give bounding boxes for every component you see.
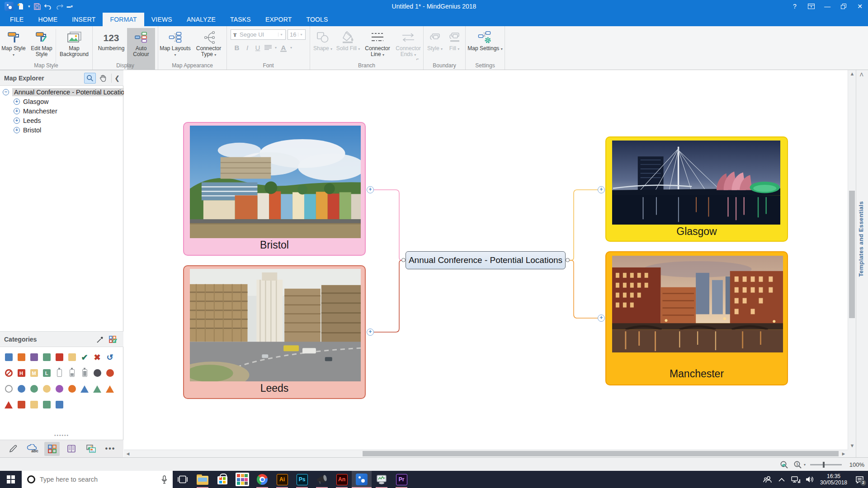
task-view-button[interactable] — [173, 471, 193, 488]
connector-handle-left[interactable] — [401, 258, 406, 262]
category-sq-icon[interactable] — [40, 399, 53, 411]
boundary-style-button[interactable]: Style ▾ — [425, 28, 445, 62]
zoom-100-icon[interactable]: 1 ▾ — [793, 460, 806, 469]
vertical-scroll-thumb[interactable] — [849, 191, 855, 318]
connector-line-button[interactable]: Connector Line ▾ — [361, 28, 394, 62]
tab-export[interactable]: EXPORT — [258, 13, 299, 26]
boundary-fill-button[interactable]: Fill ▾ — [445, 28, 464, 62]
map-layouts-button[interactable]: Map Layouts ▾ — [159, 28, 192, 62]
tab-analyze[interactable]: ANALYZE — [179, 13, 223, 26]
category-cross-icon[interactable]: ✖ — [91, 351, 104, 364]
network-icon[interactable] — [791, 474, 801, 484]
category-sq-icon[interactable] — [40, 351, 53, 364]
category-refresh-icon[interactable]: ↺ — [104, 351, 116, 364]
show-hidden-icons-chevron[interactable] — [777, 474, 787, 484]
image-gallery-icon[interactable] — [83, 442, 99, 456]
panel-resize-dots[interactable]: •••••• — [0, 433, 123, 438]
zoom-slider-handle[interactable] — [823, 462, 825, 468]
tab-home[interactable]: HOME — [31, 13, 65, 26]
tree-item-leeds[interactable]: +Leeds — [0, 116, 123, 125]
collapse-icon[interactable]: − — [3, 89, 9, 95]
category-check-icon[interactable]: ✔ — [78, 351, 91, 364]
taskbar-audio-horn[interactable] — [312, 471, 332, 488]
new-map-icon[interactable] — [17, 3, 24, 10]
library-panel-icon[interactable] — [64, 442, 79, 456]
sidebar-collapse-icon[interactable]: ᐱ — [860, 72, 863, 78]
expand-marker-glasgow[interactable]: + — [598, 186, 605, 193]
scroll-left-arrow[interactable]: ◄ — [124, 450, 132, 457]
category-circle_o-icon[interactable] — [2, 383, 15, 395]
category-circle-icon[interactable] — [53, 383, 66, 395]
category-tri-icon[interactable] — [104, 383, 116, 395]
search-input[interactable] — [40, 476, 161, 483]
tab-tools[interactable]: TOOLS — [299, 13, 335, 26]
category-circle-icon[interactable] — [91, 367, 104, 380]
taskbar-store[interactable] — [212, 471, 232, 488]
category-circle-icon[interactable] — [104, 367, 116, 380]
collapse-panel-icon[interactable]: ❮ — [114, 75, 120, 82]
save-icon[interactable] — [34, 3, 41, 10]
font-name-combo[interactable]: T Segoe UI ▾ — [231, 29, 286, 40]
new-map-dropdown-caret[interactable]: ▾ — [28, 2, 30, 11]
tree-item-glasgow[interactable]: +Glasgow — [0, 97, 123, 106]
tab-views[interactable]: VIEWS — [144, 13, 179, 26]
restore-button[interactable] — [835, 0, 852, 13]
tree-item-manchester[interactable]: +Manchester — [0, 106, 123, 116]
expand-icon[interactable]: + — [14, 99, 20, 105]
expand-marker-manchester[interactable]: + — [598, 314, 605, 322]
category-letter-icon[interactable]: H — [15, 367, 28, 380]
font-size-combo[interactable]: 16 ▾ — [288, 29, 306, 40]
category-sq-icon[interactable] — [2, 351, 15, 364]
category-circle-icon[interactable] — [66, 383, 78, 395]
tab-file[interactable]: FILE — [3, 13, 31, 26]
explorer-pan-hand-icon[interactable] — [97, 73, 108, 84]
clock[interactable]: 16:35 30/05/2018 — [819, 473, 849, 486]
horizontal-scrollbar[interactable]: ◄ ► — [124, 450, 848, 457]
taskbar-illustrator[interactable]: Ai — [272, 471, 292, 488]
minimize-button[interactable]: — — [819, 0, 835, 13]
category-tri-icon[interactable] — [91, 383, 104, 395]
spellcheck-icon[interactable]: abc — [25, 442, 40, 456]
start-button[interactable] — [0, 471, 22, 488]
taskbar-file-explorer[interactable] — [193, 471, 212, 488]
tab-insert[interactable]: INSERT — [65, 13, 103, 26]
category-circle-icon[interactable] — [28, 383, 40, 395]
pen-tool-icon[interactable] — [5, 442, 21, 456]
edit-categories-icon[interactable] — [107, 334, 119, 345]
taskbar-app-grid[interactable] — [232, 471, 252, 488]
underline-button[interactable]: U — [254, 44, 261, 52]
explorer-search-icon[interactable] — [84, 73, 96, 84]
category-sq-icon[interactable] — [53, 351, 66, 364]
expand-icon[interactable]: + — [14, 117, 20, 124]
category-circle-icon[interactable] — [15, 383, 28, 395]
branch-node-leeds[interactable]: Leeds — [183, 265, 366, 399]
expand-icon[interactable]: + — [14, 127, 20, 133]
ribbon-display-options-button[interactable] — [803, 0, 819, 13]
italic-button[interactable]: I — [244, 44, 251, 52]
category-sq-icon[interactable] — [66, 351, 78, 364]
branch-node-manchester[interactable]: Manchester — [605, 251, 788, 385]
taskbar-photoshop[interactable]: Ps — [292, 471, 312, 488]
more-options-icon[interactable]: ••• — [103, 442, 118, 456]
tab-format[interactable]: FORMAT — [103, 13, 144, 26]
connector-handle-right[interactable] — [566, 258, 570, 262]
taskbar-mindgenius[interactable] — [352, 471, 372, 488]
tree-item-bristol[interactable]: +Bristol — [0, 125, 123, 135]
scroll-right-arrow[interactable]: ► — [840, 450, 848, 457]
tab-tasks[interactable]: TASKS — [223, 13, 258, 26]
font-colour-button[interactable]: A — [280, 44, 287, 52]
map-style-button[interactable]: Map Style ▾ — [0, 28, 27, 62]
eyedropper-icon[interactable] — [94, 334, 106, 345]
category-sq-icon[interactable] — [15, 399, 28, 411]
action-center-icon[interactable]: 2 — [854, 474, 864, 484]
expand-marker-leeds[interactable]: + — [367, 328, 374, 336]
zoom-slider[interactable] — [810, 464, 842, 465]
undo-icon[interactable] — [44, 3, 52, 9]
app-logo-icon[interactable] — [5, 2, 14, 11]
connector-type-button[interactable]: Connector Type ▾ — [192, 28, 226, 62]
taskbar-premiere[interactable]: Pr — [392, 471, 411, 488]
dialog-launcher-icon[interactable]: ⌐ — [416, 57, 422, 62]
volume-icon[interactable] — [805, 474, 815, 484]
category-tri-icon[interactable] — [2, 399, 15, 411]
people-icon[interactable] — [763, 474, 773, 484]
